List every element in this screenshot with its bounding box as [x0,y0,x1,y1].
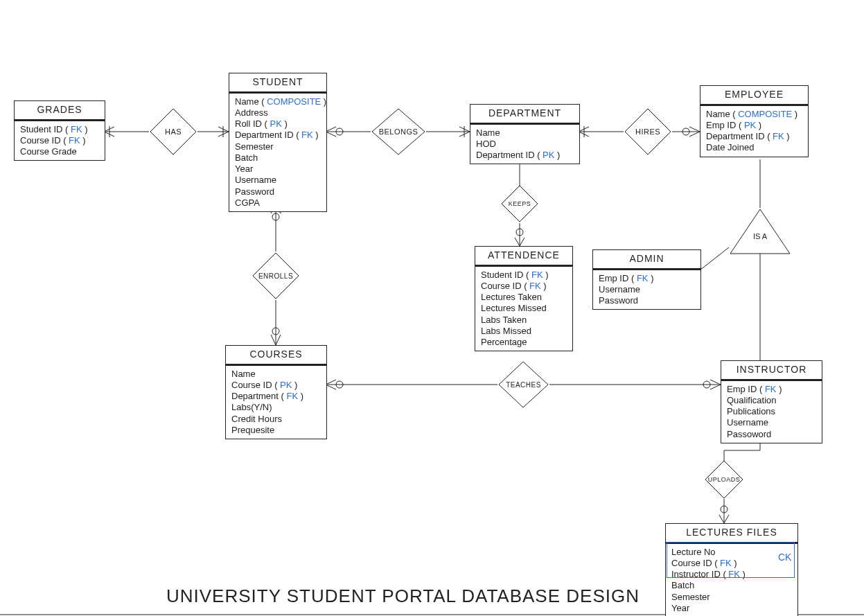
svg-line-11 [326,132,336,137]
attribute: Username [727,417,816,428]
attribute: Department ID ( PK ) [476,150,574,161]
attribute: Percentage [481,337,567,348]
attribute: Name ( COMPOSITE ) [235,96,321,107]
entity-title: ATTENDENCE [475,247,572,265]
attribute: Password [235,186,321,197]
entity-instructor: INSTRUCTOR Emp ID ( FK )QualificationPub… [721,360,822,443]
svg-marker-59 [372,109,425,155]
entity-title: STUDENT [229,73,326,92]
entity-title: COURSES [226,346,326,364]
svg-line-7 [218,132,229,137]
relationship-belongs: BELONGS [371,107,426,156]
svg-marker-64 [705,461,743,498]
svg-line-47 [700,247,729,270]
entity-department: DEPARTMENT NameHODDepartment ID ( PK ) [470,104,580,164]
svg-line-40 [326,380,336,385]
svg-line-2 [104,127,114,132]
attribute: CGPA [235,197,321,209]
ck-highlight-box [667,542,795,578]
entity-body: NameHODDepartment ID ( PK ) [470,125,579,164]
attribute: Semester [235,141,321,152]
entity-body: Emp ID ( FK )UsernamePassword [593,270,700,310]
entity-body: Emp ID ( FK )QualificationPublicationsUs… [721,381,822,443]
entity-employee: EMPLOYEE Name ( COMPOSITE )Emp ID ( PK )… [700,85,809,157]
relationship-has: HAS [149,107,197,156]
svg-line-15 [459,132,470,137]
attribute: Batch [671,580,792,591]
relationship-uploads: UPLOADS [704,459,744,500]
entity-courses: COURSES NameCourse ID ( PK )Department (… [225,345,327,439]
attribute: Year [235,164,321,175]
attribute: Labs Taken [481,315,567,326]
ck-label: CK [778,552,791,563]
entity-body: NameCourse ID ( PK )Department ( FK )Lab… [226,366,326,439]
svg-marker-62 [253,253,299,299]
attribute: Prequesite [231,425,321,436]
svg-point-43 [703,381,710,388]
entity-attendence: ATTENDENCE Student ID ( FK )Course ID ( … [475,246,573,351]
attribute: Name [476,127,574,139]
svg-point-21 [682,128,689,135]
entity-body: Name ( COMPOSITE )AddressRoll ID ( PK )D… [229,94,326,212]
attribute: Course Grade [20,146,99,157]
attribute: Semester [671,592,792,603]
svg-marker-63 [499,362,548,407]
attribute: Address [235,107,321,118]
svg-point-29 [272,328,279,335]
svg-line-10 [326,127,336,132]
svg-line-30 [271,335,276,345]
svg-marker-61 [502,186,538,222]
attribute: Name [231,369,321,380]
attribute: Password [599,295,695,306]
svg-line-31 [276,335,281,345]
svg-line-37 [520,238,524,246]
svg-point-9 [336,128,343,135]
attribute: Course ID ( PK ) [231,380,321,391]
relationship-isa: IS A [729,208,791,256]
attribute: Qualification [727,395,816,406]
attribute: Labs Missed [481,326,567,337]
entity-title: ADMIN [593,250,700,269]
relationship-teaches: TEACHES [497,360,549,409]
attribute: Department ID ( FK ) [706,131,802,142]
attribute: HOD [476,139,574,150]
entity-student: STUDENT Name ( COMPOSITE )AddressRoll ID… [229,73,327,212]
svg-line-6 [218,127,229,132]
svg-line-22 [689,127,700,132]
svg-line-23 [689,132,700,137]
attribute: Course ID ( FK ) [481,281,567,292]
svg-line-3 [104,132,114,137]
attribute: Name ( COMPOSITE ) [706,109,802,120]
svg-line-36 [515,238,520,246]
entity-title: DEPARTMENT [470,105,579,123]
svg-line-19 [579,132,589,137]
attribute: Student ID ( FK ) [481,270,567,281]
attribute: Course ID ( FK ) [20,135,99,146]
entity-body: Student ID ( FK )Course ID ( FK )Lecture… [475,267,572,351]
svg-point-39 [336,381,343,388]
entity-title: GRADES [15,101,105,120]
attribute: Emp ID ( FK ) [727,384,816,395]
entity-title: EMPLOYEE [700,86,808,105]
attribute: Lectures Taken [481,292,567,303]
relationship-hires: HIRES [624,107,672,156]
svg-line-44 [710,380,721,385]
entity-grades: GRADES Student ID ( FK )Course ID ( FK )… [14,100,105,161]
entity-body: Name ( COMPOSITE )Emp ID ( PK )Departmen… [700,106,808,157]
svg-marker-60 [625,109,671,155]
attribute: Passoword [727,429,816,440]
attribute: Date Joined [706,142,802,153]
attribute: Emp ID ( FK ) [599,273,695,284]
attribute: Department ID ( FK ) [235,130,321,141]
svg-line-56 [724,515,729,523]
attribute: Username [599,284,695,295]
svg-line-18 [579,127,589,132]
attribute: Roll ID ( PK ) [235,118,321,130]
entity-title: INSTRUCTOR [721,361,822,380]
attribute: Credit Hours [231,414,321,425]
attribute: Publications [727,406,816,417]
svg-line-14 [459,127,470,132]
relationship-keeps: KEEPS [500,184,539,223]
attribute: Year [671,603,792,614]
page-title: UNIVERSITY STUDENT PORTAL DATABASE DESIG… [166,586,640,607]
